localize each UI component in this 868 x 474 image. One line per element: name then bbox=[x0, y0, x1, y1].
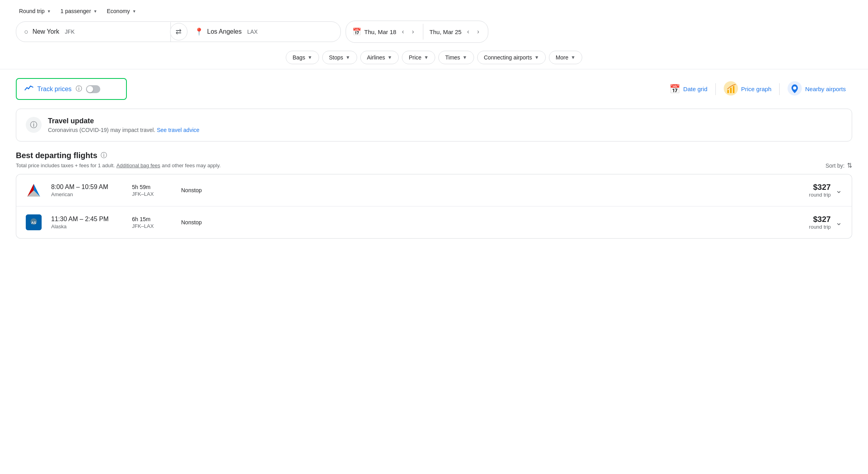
date-grid-button[interactable]: 📅 Date grid bbox=[663, 80, 714, 98]
flight-stops: Nonstop bbox=[181, 219, 229, 226]
track-prices-box[interactable]: Track prices ⓘ bbox=[16, 78, 127, 100]
more-filter[interactable]: More ▼ bbox=[549, 51, 582, 64]
price-label: round trip bbox=[809, 192, 831, 198]
more-label: More bbox=[556, 54, 568, 61]
trip-type-dropdown[interactable]: Round trip ▼ bbox=[16, 6, 54, 16]
flight-duration: 5h 59m JFK–LAX bbox=[132, 184, 172, 197]
trip-type-arrow: ▼ bbox=[47, 9, 51, 13]
more-arrow: ▼ bbox=[571, 55, 575, 60]
price-arrow: ▼ bbox=[424, 55, 428, 60]
bags-label: Bags bbox=[293, 54, 305, 61]
connecting-airports-label: Connecting airports bbox=[484, 54, 532, 61]
svg-rect-3 bbox=[733, 86, 734, 93]
price-graph-button[interactable]: Price graph bbox=[717, 77, 778, 101]
view-divider-2 bbox=[779, 83, 780, 95]
track-prices-info-icon[interactable]: ⓘ bbox=[76, 85, 82, 93]
filter-bar: Bags ▼ Stops ▼ Airlines ▼ Price ▼ Times … bbox=[0, 46, 868, 69]
duration-text: 5h 59m bbox=[132, 184, 172, 190]
svg-rect-2 bbox=[730, 88, 732, 93]
flights-section-header: Best departing flights ⓘ bbox=[0, 148, 868, 162]
subtitle-text: Total price includes taxes + fees for 1 … bbox=[16, 162, 115, 168]
airlines-filter[interactable]: Airlines ▼ bbox=[360, 51, 399, 64]
track-prices-icon bbox=[25, 84, 33, 94]
date-group: 📅 Thu, Mar 18 ‹ › Thu, Mar 25 ‹ › bbox=[346, 21, 488, 43]
stops-text: Nonstop bbox=[181, 219, 202, 226]
travel-advice-link[interactable]: See travel advice bbox=[157, 127, 199, 133]
flight-card[interactable]: 8:00 AM – 10:59 AM American 5h 59m JFK–L… bbox=[16, 174, 852, 206]
flight-time-range: 11:30 AM – 2:45 PM bbox=[51, 216, 122, 223]
expand-button[interactable]: ⌄ bbox=[835, 185, 842, 195]
date-grid-label: Date grid bbox=[683, 86, 707, 92]
swap-button[interactable]: ⇄ bbox=[170, 23, 187, 40]
route-text: JFK–LAX bbox=[132, 191, 172, 197]
cabin-class-label: Economy bbox=[107, 8, 130, 14]
flights-section-subtitle: Total price includes taxes + fees for 1 … bbox=[0, 162, 868, 174]
destination-field[interactable]: 📍 Los Angeles LAX bbox=[187, 22, 341, 42]
return-prev-button[interactable]: ‹ bbox=[465, 27, 471, 37]
return-next-button[interactable]: › bbox=[475, 27, 482, 37]
price-filter[interactable]: Price ▼ bbox=[402, 51, 435, 64]
expand-button[interactable]: ⌄ bbox=[835, 218, 842, 227]
flight-price: $327 round trip ⌄ bbox=[809, 215, 842, 230]
track-prices-label: Track prices bbox=[37, 86, 72, 93]
price-graph-label: Price graph bbox=[741, 86, 772, 92]
route-input-group: ○ New York JFK ⇄ 📍 Los Angeles LAX bbox=[16, 21, 341, 42]
additional-fees-link[interactable]: Additional bag fees bbox=[117, 162, 161, 168]
airline-logo: AS bbox=[26, 214, 42, 230]
flight-times: 8:00 AM – 10:59 AM American bbox=[51, 183, 122, 197]
depart-prev-button[interactable]: ‹ bbox=[400, 27, 406, 37]
flight-list: 8:00 AM – 10:59 AM American 5h 59m JFK–L… bbox=[0, 174, 868, 239]
price-label: round trip bbox=[809, 224, 831, 230]
depart-next-button[interactable]: › bbox=[409, 27, 416, 37]
depart-date-label: Thu, Mar 18 bbox=[364, 29, 396, 35]
flight-stops: Nonstop bbox=[181, 187, 229, 193]
bags-arrow: ▼ bbox=[308, 55, 312, 60]
times-label: Times bbox=[445, 54, 460, 61]
airline-logo bbox=[26, 182, 42, 198]
sort-by-label: Sort by: ⇅ bbox=[826, 162, 852, 169]
separator-line bbox=[0, 69, 868, 69]
origin-field[interactable]: ○ New York JFK bbox=[16, 22, 171, 42]
stops-filter[interactable]: Stops ▼ bbox=[322, 51, 357, 64]
svg-rect-1 bbox=[727, 90, 729, 93]
travel-update-body: Coronavirus (COVID-19) may impact travel… bbox=[48, 127, 155, 133]
flight-card[interactable]: AS 11:30 AM – 2:45 PM Alaska 6h 15m JFK–… bbox=[16, 206, 852, 239]
subtitle-suffix: and other fees may apply. bbox=[162, 162, 221, 168]
view-buttons: 📅 Date grid Price graph bbox=[663, 77, 852, 101]
passengers-label: 1 passenger bbox=[61, 8, 91, 14]
calendar-icon: 📅 bbox=[352, 27, 361, 36]
depart-date-field[interactable]: 📅 Thu, Mar 18 ‹ › bbox=[346, 21, 423, 42]
return-date-field[interactable]: Thu, Mar 25 ‹ › bbox=[423, 21, 488, 42]
flight-airline: Alaska bbox=[51, 224, 122, 229]
price-amount: $327 bbox=[809, 183, 831, 192]
stops-arrow: ▼ bbox=[346, 55, 350, 60]
svg-point-5 bbox=[793, 86, 796, 90]
flight-price: $327 round trip ⌄ bbox=[809, 183, 842, 198]
toggle-thumb bbox=[87, 86, 93, 92]
passengers-dropdown[interactable]: 1 passenger ▼ bbox=[57, 6, 101, 16]
times-filter[interactable]: Times ▼ bbox=[438, 51, 474, 64]
cabin-class-dropdown[interactable]: Economy ▼ bbox=[103, 6, 139, 16]
travel-update-icon: ⓘ bbox=[26, 117, 42, 133]
origin-code: JFK bbox=[65, 29, 75, 35]
flight-times: 11:30 AM – 2:45 PM Alaska bbox=[51, 216, 122, 229]
price-amount: $327 bbox=[809, 215, 831, 224]
top-bar: Round trip ▼ 1 passenger ▼ Economy ▼ bbox=[0, 0, 868, 21]
nearby-airports-label: Nearby airports bbox=[805, 86, 846, 92]
bags-filter[interactable]: Bags ▼ bbox=[286, 51, 319, 64]
destination-icon: 📍 bbox=[195, 27, 203, 36]
flight-price-info: $327 round trip bbox=[809, 183, 831, 198]
travel-update-card: ⓘ Travel update Coronavirus (COVID-19) m… bbox=[16, 109, 852, 141]
airlines-arrow: ▼ bbox=[388, 55, 392, 60]
track-prices-toggle[interactable] bbox=[86, 85, 100, 93]
route-text: JFK–LAX bbox=[132, 223, 172, 229]
flight-time-range: 8:00 AM – 10:59 AM bbox=[51, 183, 122, 191]
flight-price-info: $327 round trip bbox=[809, 215, 831, 230]
origin-icon: ○ bbox=[24, 28, 29, 36]
sort-icon[interactable]: ⇅ bbox=[847, 162, 852, 169]
nearby-airports-button[interactable]: Nearby airports bbox=[781, 77, 852, 101]
passengers-arrow: ▼ bbox=[94, 9, 98, 13]
return-date-label: Thu, Mar 25 bbox=[430, 29, 462, 35]
connecting-airports-filter[interactable]: Connecting airports ▼ bbox=[477, 51, 546, 64]
origin-city: New York bbox=[33, 28, 59, 35]
